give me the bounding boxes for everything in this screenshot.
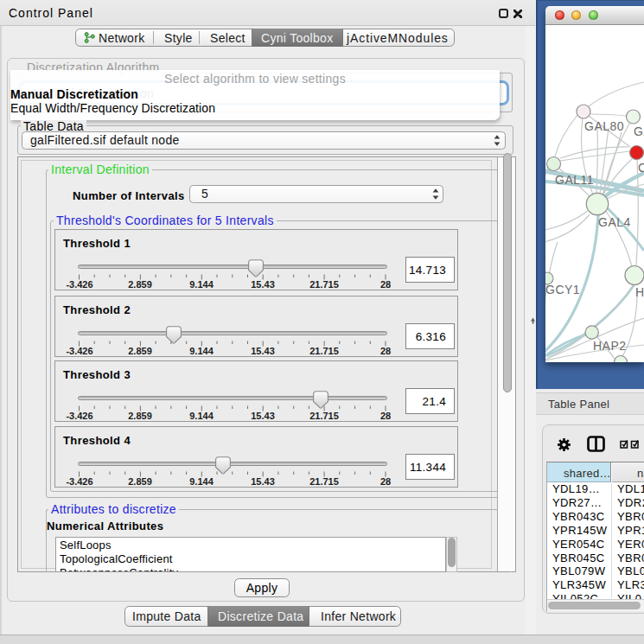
svg-text:H: H bbox=[635, 285, 644, 299]
svg-text:GCY1: GCY1 bbox=[545, 283, 580, 296]
svg-text:GAL11: GAL11 bbox=[555, 173, 594, 187]
svg-text:HAP2: HAP2 bbox=[593, 339, 627, 353]
svg-text:GAL4: GAL4 bbox=[598, 215, 631, 229]
svg-text:GA: GA bbox=[634, 124, 644, 138]
svg-text:C: C bbox=[638, 161, 644, 175]
svg-text:GAL80: GAL80 bbox=[584, 119, 624, 133]
